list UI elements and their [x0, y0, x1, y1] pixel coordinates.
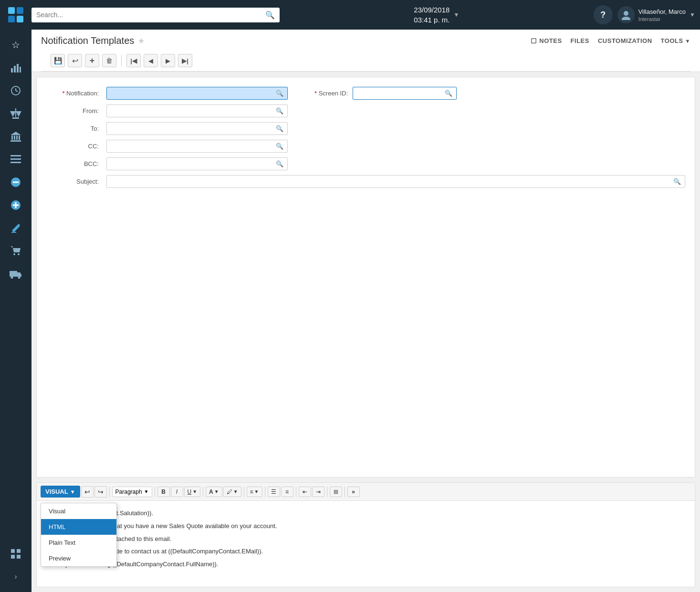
align-button[interactable]: ≡▼ — [247, 487, 262, 497]
sidebar-item-plus-circle[interactable] — [4, 195, 28, 216]
sidebar: ☆ › — [0, 30, 31, 592]
dropdown-item-html[interactable]: HTML — [41, 519, 116, 535]
screen-id-input[interactable]: Sales Orders — [353, 87, 441, 99]
sidebar-item-favorites[interactable]: ☆ — [4, 34, 28, 55]
save-button[interactable]: 💾 — [51, 54, 65, 67]
redo-editor-button[interactable]: ↪ — [94, 486, 107, 498]
editor-content[interactable]: ((DefaultCompanyContact.Salutation)). I … — [37, 501, 695, 587]
notification-search-icon[interactable]: 🔍 — [272, 87, 287, 99]
outdent-button[interactable]: ⇤ — [299, 487, 311, 497]
subject-search-icon[interactable]: 🔍 — [669, 176, 685, 187]
add-button[interactable]: + — [85, 54, 99, 67]
from-input[interactable] — [107, 105, 272, 117]
app-logo[interactable] — [5, 4, 27, 26]
font-color-button[interactable]: A▼ — [206, 487, 222, 497]
bcc-label: BCC: — [46, 160, 99, 167]
svg-point-36 — [11, 277, 13, 279]
bold-button[interactable]: B — [157, 487, 170, 497]
undo-button[interactable]: ↩ — [68, 54, 82, 67]
editor-sep-3 — [203, 487, 203, 497]
highlight-button[interactable]: 🖊▼ — [223, 487, 241, 497]
editor-sep-5 — [265, 487, 265, 497]
dropdown-item-preview[interactable]: Preview — [41, 550, 116, 566]
prev-button[interactable]: ◀ — [144, 54, 158, 67]
tools-dropdown-arrow[interactable]: ▼ — [685, 38, 690, 44]
to-input-wrap[interactable]: 🔍 — [106, 122, 288, 135]
sidebar-item-truck[interactable] — [4, 263, 28, 284]
tools-button[interactable]: TOOLS ▼ — [661, 37, 690, 44]
svg-rect-40 — [11, 555, 15, 559]
undo-editor-button[interactable]: ↩ — [81, 486, 94, 498]
user-menu[interactable]: Villaseñor, Marco Interastar ▼ — [617, 6, 695, 23]
bcc-input-wrap[interactable]: 🔍 — [106, 157, 288, 170]
date-display: 23/09/2018 — [414, 5, 449, 15]
unordered-list-button[interactable]: ≡ — [281, 487, 293, 497]
first-button[interactable]: |◀ — [126, 54, 141, 67]
dropdown-item-visual[interactable]: Visual — [41, 503, 116, 519]
form-area: * Notification: QuotationNotification 🔍 … — [36, 77, 695, 478]
sidebar-item-arrow-right[interactable]: › — [4, 566, 28, 587]
notification-input-wrap[interactable]: QuotationNotification 🔍 — [106, 87, 288, 100]
content-line-6: stions, please don't hesitate to contact… — [46, 547, 685, 557]
cc-search-icon[interactable]: 🔍 — [272, 140, 287, 152]
delete-button[interactable]: 🗑 — [102, 54, 116, 67]
dropdown-item-plain-text[interactable]: Plain Text — [41, 535, 116, 550]
svg-point-5 — [622, 17, 630, 20]
toolbar: 💾 ↩ + 🗑 |◀ ◀ ▶ ▶| — [41, 50, 690, 72]
sidebar-item-analytics[interactable] — [4, 57, 28, 78]
cc-input[interactable] — [107, 140, 272, 152]
italic-button[interactable]: I — [171, 487, 183, 497]
ordered-list-button[interactable]: ☰ — [268, 487, 280, 497]
sidebar-item-lines[interactable] — [4, 149, 28, 170]
next-button[interactable]: ▶ — [161, 54, 175, 67]
visual-mode-button[interactable]: VISUAL ▼ — [41, 486, 80, 498]
table-button[interactable]: ⊞ — [330, 487, 342, 497]
search-bar[interactable]: 🔍 — [31, 8, 280, 22]
search-input[interactable] — [36, 11, 261, 19]
customization-button[interactable]: CUSTOMIZATION — [598, 37, 652, 44]
screen-id-search-icon[interactable]: 🔍 — [441, 87, 456, 99]
notes-button[interactable]: ☐ NOTES — [531, 37, 562, 45]
sidebar-item-cart[interactable] — [4, 240, 28, 261]
editor-sep-2 — [155, 487, 155, 497]
from-row: From: 🔍 — [46, 104, 685, 117]
to-input[interactable] — [107, 123, 272, 135]
svg-rect-23 — [10, 155, 21, 156]
paragraph-select[interactable]: Paragraph ▼ — [112, 487, 152, 497]
editor-sep-4 — [244, 487, 244, 497]
screen-id-input-wrap[interactable]: Sales Orders 🔍 — [353, 87, 457, 100]
editor-sep-6 — [296, 487, 296, 497]
notification-input[interactable]: QuotationNotification — [107, 87, 272, 99]
last-button[interactable]: ▶| — [178, 54, 192, 67]
subject-input-wrap[interactable]: ((DefaultCompanyContact.FullName)) Custo… — [106, 175, 685, 188]
svg-point-34 — [18, 253, 20, 255]
sidebar-item-balance[interactable] — [4, 103, 28, 124]
svg-rect-20 — [16, 135, 18, 140]
indent-button[interactable]: ⇥ — [312, 487, 324, 497]
cc-input-wrap[interactable]: 🔍 — [106, 140, 288, 153]
search-icon[interactable]: 🔍 — [265, 10, 275, 20]
page-title-row: Notification Templates ★ ☐ NOTES FILES C… — [41, 35, 690, 46]
help-button[interactable]: ? — [594, 5, 613, 24]
sidebar-item-grid[interactable] — [4, 543, 28, 564]
editor-sep-1 — [109, 487, 110, 497]
datetime-section: 23/09/2018 03:41 p. m. ▼ — [284, 5, 589, 25]
visual-dropdown-arrow: ▼ — [70, 489, 75, 495]
sidebar-item-edit[interactable] — [4, 218, 28, 239]
sidebar-item-bank[interactable] — [4, 126, 28, 147]
favorite-star-icon[interactable]: ★ — [138, 36, 145, 45]
files-button[interactable]: FILES — [571, 37, 589, 44]
svg-rect-24 — [10, 158, 21, 160]
more-button[interactable]: » — [347, 487, 360, 497]
datetime-dropdown-arrow[interactable]: ▼ — [453, 11, 459, 18]
user-dropdown-arrow[interactable]: ▼ — [690, 11, 695, 18]
sidebar-item-clock[interactable] — [4, 80, 28, 101]
underline-button[interactable]: U ▼ — [184, 487, 201, 497]
from-search-icon[interactable]: 🔍 — [272, 105, 287, 117]
bcc-input[interactable] — [107, 158, 272, 170]
sidebar-item-minus-circle[interactable] — [4, 172, 28, 193]
subject-input[interactable]: ((DefaultCompanyContact.FullName)) Custo… — [107, 176, 669, 187]
bcc-search-icon[interactable]: 🔍 — [272, 158, 287, 170]
to-search-icon[interactable]: 🔍 — [272, 123, 287, 135]
from-input-wrap[interactable]: 🔍 — [106, 104, 288, 117]
